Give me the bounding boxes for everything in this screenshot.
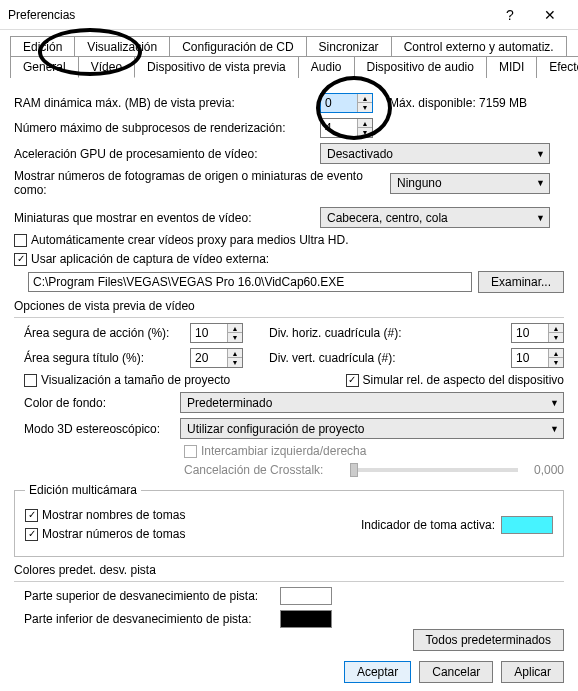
active-take-label: Indicador de toma activa: (361, 518, 495, 532)
sim-aspect-checkbox[interactable]: ✓ Simular rel. de aspecto del dispositiv… (346, 373, 564, 387)
extcap-checkbox[interactable]: ✓ Usar aplicación de captura de vídeo ex… (14, 252, 269, 266)
tab-content: RAM dinámica máx. (MB) de vista previa: … (0, 78, 578, 637)
fade-top-swatch[interactable] (280, 587, 332, 605)
tab-visualizaci-n[interactable]: Visualización (74, 36, 170, 57)
frames-combo[interactable]: Ninguno ▼ (390, 173, 550, 194)
titlebar: Preferencias ? ✕ (0, 0, 578, 30)
stereo-combo[interactable]: Utilizar configuración de proyecto ▼ (180, 418, 564, 439)
threads-label: Número máximo de subprocesos de renderiz… (14, 121, 314, 135)
help-button[interactable]: ? (490, 1, 530, 29)
extcap-path-input[interactable] (28, 272, 472, 292)
tab-efectos-vst[interactable]: Efectos VST (536, 56, 578, 78)
dialog-buttons: Aceptar Cancelar Aplicar (344, 661, 564, 683)
multicam-legend: Edición multicámara (25, 483, 141, 497)
fade-bottom-swatch[interactable] (280, 610, 332, 628)
tab-audio[interactable]: Audio (298, 56, 355, 78)
chevron-down-icon: ▼ (536, 149, 545, 159)
track-colors-title: Colores predet. desv. pista (14, 563, 564, 577)
bg-combo[interactable]: Predeterminado ▼ (180, 392, 564, 413)
chevron-down-icon: ▼ (550, 398, 559, 408)
ram-input[interactable] (321, 94, 357, 112)
action-safe-input[interactable] (191, 324, 227, 342)
frames-label: Mostrar números de fotogramas de origen … (14, 169, 384, 197)
preview-opts-title: Opciones de vista previa de vídeo (14, 299, 564, 313)
threads-input[interactable] (321, 119, 357, 137)
tab-midi[interactable]: MIDI (486, 56, 537, 78)
chevron-down-icon: ▼ (536, 213, 545, 223)
grid-v-input[interactable] (512, 349, 548, 367)
proj-size-checkbox[interactable]: Visualización a tamaño de proyecto (24, 373, 230, 387)
show-take-names-checkbox[interactable]: ✓Mostrar nombres de tomas (25, 508, 185, 522)
stereo-label: Modo 3D estereoscópico: (24, 422, 174, 436)
chevron-down-icon: ▼ (536, 178, 545, 188)
grid-h-input[interactable] (512, 324, 548, 342)
ram-max: Máx. disponible: 7159 MB (389, 96, 527, 110)
grid-v-spinner[interactable]: ▲▼ (511, 348, 564, 368)
multicam-fieldset: Edición multicámara ✓Mostrar nombres de … (14, 483, 564, 557)
action-safe-label: Área segura de acción (%): (24, 326, 184, 340)
crosstalk-value: 0,000 (534, 463, 564, 477)
active-take-swatch[interactable] (501, 516, 553, 534)
gpu-combo[interactable]: Desactivado ▼ (320, 143, 550, 164)
ok-button[interactable]: Aceptar (344, 661, 411, 683)
tab-general[interactable]: General (10, 56, 79, 78)
tab-control-externo-y-automatiz-[interactable]: Control externo y automatiz. (391, 36, 567, 57)
tab-edici-n[interactable]: Edición (10, 36, 75, 57)
tab-configuraci-n-de-cd[interactable]: Configuración de CD (169, 36, 306, 57)
tab-v-deo[interactable]: Vídeo (78, 56, 135, 78)
window-title: Preferencias (8, 8, 490, 22)
bg-label: Color de fondo: (24, 396, 174, 410)
tab-dispositivo-de-vista-previa[interactable]: Dispositivo de vista previa (134, 56, 299, 78)
crosstalk-slider (350, 468, 518, 472)
reset-all-button[interactable]: Todos predeterminados (413, 629, 564, 651)
title-safe-input[interactable] (191, 349, 227, 367)
browse-button[interactable]: Examinar... (478, 271, 564, 293)
checkbox-box: ✓ (14, 253, 27, 266)
ram-spinner[interactable]: ▲▼ (320, 93, 373, 113)
apply-button[interactable]: Aplicar (501, 661, 564, 683)
tabs: EdiciónVisualizaciónConfiguración de CDS… (0, 30, 578, 78)
grid-v-label: Div. vert. cuadrícula (#): (269, 351, 419, 365)
tab-dispositivo-de-audio[interactable]: Dispositivo de audio (354, 56, 487, 78)
gpu-label: Aceleración GPU de procesamiento de víde… (14, 147, 314, 161)
checkbox-box (14, 234, 27, 247)
close-button[interactable]: ✕ (530, 1, 570, 29)
grid-h-spinner[interactable]: ▲▼ (511, 323, 564, 343)
proxy-checkbox[interactable]: Automáticamente crear vídeos proxy para … (14, 233, 348, 247)
title-safe-label: Área segura título (%): (24, 351, 184, 365)
title-safe-spinner[interactable]: ▲▼ (190, 348, 243, 368)
fade-bottom-label: Parte inferior de desvanecimiento de pis… (24, 612, 274, 626)
crosstalk-label: Cancelación de Crosstalk: (184, 463, 334, 477)
thumbs-label: Miniaturas que mostrar en eventos de víd… (14, 211, 314, 225)
cancel-button[interactable]: Cancelar (419, 661, 493, 683)
grid-h-label: Div. horiz. cuadrícula (#): (269, 326, 419, 340)
ram-label: RAM dinámica máx. (MB) de vista previa: (14, 96, 314, 110)
swap-lr-checkbox: Intercambiar izquierda/derecha (184, 444, 366, 458)
spinner-buttons[interactable]: ▲▼ (357, 119, 372, 137)
threads-spinner[interactable]: ▲▼ (320, 118, 373, 138)
fade-top-label: Parte superior de desvanecimiento de pis… (24, 589, 274, 603)
show-take-numbers-checkbox[interactable]: ✓Mostrar números de tomas (25, 527, 185, 541)
spinner-buttons[interactable]: ▲▼ (357, 94, 372, 112)
tab-sincronizar[interactable]: Sincronizar (306, 36, 392, 57)
thumbs-combo[interactable]: Cabecera, centro, cola ▼ (320, 207, 550, 228)
chevron-down-icon: ▼ (550, 424, 559, 434)
action-safe-spinner[interactable]: ▲▼ (190, 323, 243, 343)
